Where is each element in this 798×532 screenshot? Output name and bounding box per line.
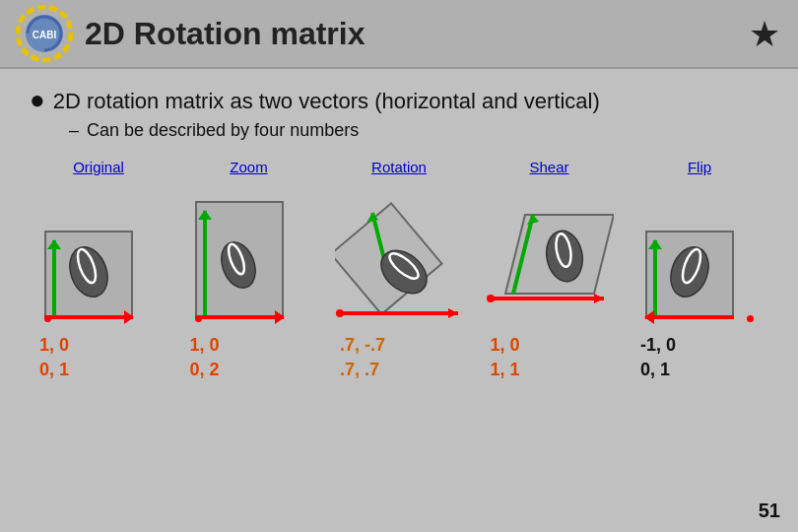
svg-point-23 [664, 241, 715, 301]
slide-header: CABI 2D Rotation matrix ★ [0, 0, 798, 69]
shape-original [54, 234, 123, 303]
val1-shear: 1, 0 [491, 333, 619, 358]
slide-title: 2D Rotation matrix [85, 16, 365, 52]
diagram-flip [635, 185, 764, 323]
svg-point-3 [63, 241, 114, 301]
values-shear: 1, 0 1, 1 [481, 333, 619, 382]
label-zoom[interactable]: Zoom [230, 159, 267, 175]
shape-flip [655, 234, 724, 303]
val1-rotation: .7, -.7 [340, 333, 468, 358]
val2-zoom: 0, 2 [190, 358, 318, 382]
box-shear-svg [486, 185, 614, 323]
transform-original: Original 1, 0 0, 1 [30, 159, 167, 382]
star-icon: ★ [749, 14, 780, 55]
red-arrow-original [44, 315, 133, 319]
cabi-logo: CABI [16, 5, 73, 62]
transform-flip: Flip -1, 0 0, 1 [631, 159, 768, 382]
label-flip[interactable]: Flip [688, 159, 711, 175]
svg-point-5 [215, 237, 260, 293]
values-flip: -1, 0 0, 1 [631, 333, 768, 382]
diagram-shear [486, 185, 614, 323]
label-rotation[interactable]: Rotation [371, 159, 427, 175]
val2-flip: 0, 1 [640, 358, 768, 382]
svg-text:CABI: CABI [33, 30, 57, 40]
box-rotation-svg [335, 185, 463, 323]
transform-shear: Shear 1, 0 [481, 159, 619, 382]
diagram-rotation [335, 185, 463, 323]
dot-left-zoom [195, 315, 202, 322]
main-bullet: ● 2D rotation matrix as two vectors (hor… [30, 87, 768, 114]
val2-original: 0, 1 [39, 358, 167, 382]
bullet-text: 2D rotation matrix as two vectors (horiz… [53, 89, 600, 114]
val1-zoom: 1, 0 [190, 333, 318, 358]
label-shear[interactable]: Shear [529, 159, 568, 175]
transforms-row: Original 1, 0 0, 1 [30, 159, 768, 382]
values-original: 1, 0 0, 1 [30, 333, 167, 382]
val2-rotation: .7, .7 [340, 358, 468, 382]
diagram-original [34, 185, 163, 323]
dot-left-original [44, 315, 51, 322]
slide-number: 51 [759, 499, 780, 522]
transform-zoom: Zoom 1, 0 0, 2 [180, 159, 318, 382]
val1-original: 1, 0 [39, 333, 167, 358]
label-original[interactable]: Original [73, 159, 124, 175]
diagram-zoom [185, 185, 313, 323]
sub-bullet: Can be described by four numbers [69, 120, 768, 141]
svg-marker-21 [594, 294, 604, 303]
shape-zoom [207, 230, 271, 294]
main-content: ● 2D rotation matrix as two vectors (hor… [0, 69, 798, 392]
values-zoom: 1, 0 0, 2 [180, 333, 318, 382]
val1-flip: -1, 0 [640, 333, 768, 358]
red-arrow-zoom [195, 315, 284, 319]
svg-point-22 [487, 295, 495, 302]
val2-shear: 1, 1 [491, 358, 619, 382]
svg-marker-13 [448, 308, 458, 318]
dot-right-flip [747, 315, 754, 322]
values-rotation: .7, -.7 .7, .7 [330, 333, 468, 382]
transform-rotation: Rotation .7, [330, 159, 468, 382]
svg-point-14 [336, 309, 344, 317]
bullet-symbol: ● [30, 87, 45, 112]
red-arrow-flip [645, 315, 734, 319]
